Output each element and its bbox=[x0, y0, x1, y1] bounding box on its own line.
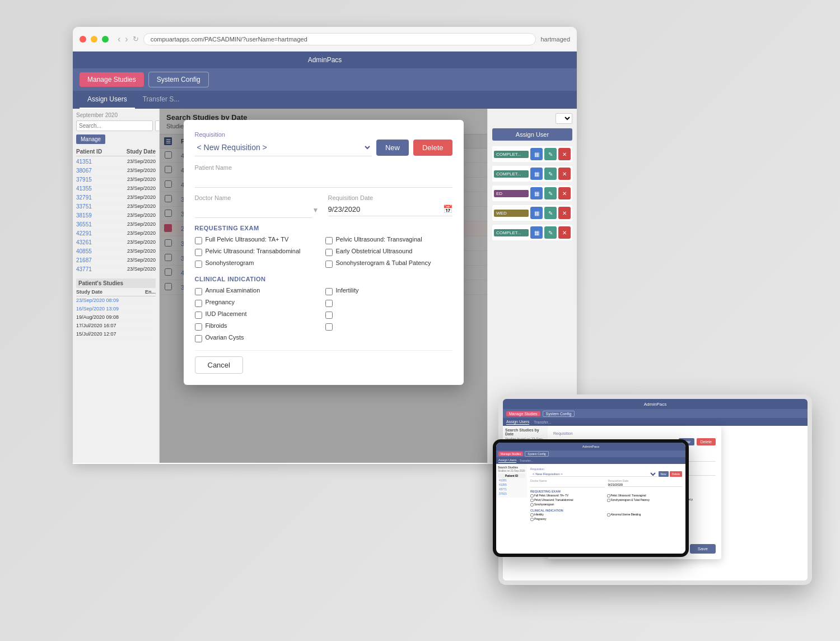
study-item[interactable]: 19/Aug/2020 09:08 bbox=[76, 313, 156, 322]
indication-checkbox[interactable] bbox=[195, 288, 202, 295]
phone-exam-cb[interactable] bbox=[530, 503, 534, 507]
doctor-name-input[interactable] bbox=[195, 202, 312, 218]
list-item[interactable]: 3806723/Sep/2020 bbox=[76, 166, 156, 175]
cancel-button[interactable]: Cancel bbox=[195, 356, 243, 374]
browser-forward-btn[interactable]: › bbox=[125, 34, 128, 44]
exam-checkbox[interactable] bbox=[325, 261, 333, 268]
indication-checkbox-item[interactable]: Fibroids bbox=[195, 322, 322, 331]
phone-exam-cb[interactable] bbox=[530, 499, 534, 502]
tablet-manage-btn[interactable]: Manage Studies bbox=[506, 411, 540, 416]
study-item[interactable]: 17/Jul/2020 16:07 bbox=[76, 322, 156, 330]
phone-config-btn[interactable]: System Config bbox=[525, 451, 549, 457]
search-input[interactable] bbox=[76, 120, 153, 131]
list-item[interactable]: 3279123/Sep/2020 bbox=[76, 193, 156, 202]
list-item[interactable]: 4229123/Sep/2020 bbox=[76, 229, 156, 238]
patient-name-input[interactable] bbox=[195, 172, 452, 188]
tablet-save-btn[interactable]: Save bbox=[690, 544, 716, 554]
action-btn-edit[interactable]: ✎ bbox=[544, 187, 557, 199]
address-bar[interactable]: compuartapps.com/PACSADMIN/?userName=har… bbox=[143, 33, 536, 45]
exam-checkbox-item[interactable]: Early Obstetrical Ultrasound bbox=[325, 248, 452, 256]
modal-new-button[interactable]: New bbox=[376, 140, 409, 156]
browser-minimize-btn[interactable] bbox=[91, 36, 97, 43]
action-btn-delete[interactable]: ✕ bbox=[558, 226, 571, 239]
exam-checkbox-item[interactable]: Pelvic Ultrasound: Transvaginal bbox=[325, 236, 452, 244]
action-btn-delete[interactable]: ✕ bbox=[558, 187, 571, 199]
phone-exam-cb[interactable] bbox=[607, 494, 610, 498]
action-btn-view[interactable]: ▦ bbox=[530, 148, 543, 160]
sub-nav-assign-users[interactable]: Assign Users bbox=[80, 91, 135, 109]
phone-exam-cb[interactable] bbox=[607, 499, 610, 502]
phone-ind-cb[interactable] bbox=[607, 513, 610, 517]
indication-checkbox-item[interactable]: Infertility bbox=[325, 287, 452, 295]
clear-button[interactable]: Clear bbox=[155, 120, 160, 131]
exam-checkbox-item[interactable]: Full Pelvic Ultrasound: TA+ TV bbox=[195, 236, 322, 244]
action-btn-view[interactable]: ▦ bbox=[530, 187, 543, 199]
phone-ind-cb[interactable] bbox=[530, 513, 534, 517]
manage-studies-btn[interactable]: Manage Studies bbox=[80, 72, 144, 87]
list-item[interactable]: 3815923/Sep/2020 bbox=[76, 211, 156, 220]
indication-checkbox-item[interactable] bbox=[325, 310, 452, 319]
exam-checkbox[interactable] bbox=[195, 237, 202, 244]
assign-user-select[interactable] bbox=[556, 113, 572, 124]
list-item[interactable]: 3655123/Sep/2020 bbox=[76, 220, 156, 229]
exam-checkbox[interactable] bbox=[325, 249, 333, 256]
tablet-config-btn[interactable]: System Config bbox=[543, 411, 575, 417]
action-btn-delete[interactable]: ✕ bbox=[558, 207, 571, 219]
list-item[interactable]: 4326123/Sep/2020 bbox=[76, 238, 156, 247]
assign-user-button[interactable]: Assign User bbox=[492, 128, 572, 141]
action-btn-delete[interactable]: ✕ bbox=[558, 168, 571, 180]
exam-checkbox[interactable] bbox=[195, 261, 202, 268]
indication-checkbox-item[interactable]: Annual Examination bbox=[195, 287, 322, 295]
indication-checkbox[interactable] bbox=[325, 300, 333, 307]
manage-button[interactable]: Manage bbox=[76, 134, 105, 144]
action-btn-view[interactable]: ▦ bbox=[530, 226, 543, 239]
action-btn-edit[interactable]: ✎ bbox=[544, 226, 557, 239]
exam-checkbox-item[interactable]: Sonohysterogram bbox=[195, 259, 322, 268]
action-btn-edit[interactable]: ✎ bbox=[544, 168, 557, 180]
indication-checkbox-item[interactable]: Ovarian Cysts bbox=[195, 334, 322, 342]
browser-close-btn[interactable] bbox=[80, 36, 86, 43]
list-item[interactable]: 3791523/Sep/2020 bbox=[76, 175, 156, 184]
indication-checkbox-item[interactable] bbox=[325, 322, 452, 331]
study-item[interactable]: 23/Sep/2020 08:09 bbox=[76, 296, 156, 305]
list-item[interactable]: 4135123/Sep/2020 bbox=[76, 157, 156, 166]
exam-checkbox[interactable] bbox=[325, 237, 333, 244]
browser-reload-btn[interactable]: ↻ bbox=[133, 35, 139, 43]
indication-checkbox[interactable] bbox=[325, 288, 333, 295]
indication-checkbox-item[interactable]: IUD Placement bbox=[195, 310, 322, 319]
phone-manage-btn[interactable]: Manage Studies bbox=[498, 452, 523, 456]
browser-back-btn[interactable]: ‹ bbox=[118, 34, 120, 44]
phone-ind-cb[interactable] bbox=[530, 518, 534, 521]
exam-checkbox[interactable] bbox=[195, 249, 202, 256]
study-item[interactable]: 16/Sep/2020 13:09 bbox=[76, 305, 156, 313]
phone-new-btn[interactable]: New bbox=[659, 471, 669, 477]
action-btn-edit[interactable]: ✎ bbox=[544, 148, 557, 160]
sub-nav-transfer[interactable]: Transfer S... bbox=[135, 91, 188, 109]
modal-delete-button[interactable]: Delete bbox=[413, 140, 452, 156]
list-item[interactable]: 2168723/Sep/2020 bbox=[76, 256, 156, 265]
phone-req-select[interactable]: < New Requisition > bbox=[530, 472, 657, 477]
phone-delete-btn[interactable]: Delete bbox=[670, 471, 682, 477]
action-btn-view[interactable]: ▦ bbox=[530, 168, 543, 180]
action-btn-edit[interactable]: ✎ bbox=[544, 207, 557, 219]
list-item[interactable]: 4377123/Sep/2020 bbox=[76, 265, 156, 274]
indication-checkbox-item[interactable]: Pregnancy bbox=[195, 299, 322, 307]
action-btn-view[interactable]: ▦ bbox=[530, 207, 543, 219]
indication-checkbox[interactable] bbox=[195, 312, 202, 319]
requisition-select[interactable]: < New Requisition > bbox=[195, 139, 372, 156]
calendar-icon[interactable]: 📅 bbox=[443, 205, 452, 213]
indication-checkbox[interactable] bbox=[195, 300, 202, 307]
tablet-delete-btn[interactable]: Delete bbox=[697, 438, 716, 445]
indication-checkbox[interactable] bbox=[325, 312, 333, 319]
system-config-btn[interactable]: System Config bbox=[148, 72, 209, 87]
phone-exam-cb[interactable] bbox=[530, 494, 534, 498]
indication-checkbox[interactable] bbox=[195, 323, 202, 331]
indication-checkbox[interactable] bbox=[325, 323, 333, 331]
indication-checkbox[interactable] bbox=[195, 335, 202, 342]
list-item[interactable]: 4135523/Sep/2020 bbox=[76, 184, 156, 193]
indication-checkbox-item[interactable] bbox=[325, 299, 452, 307]
list-item[interactable]: 3375123/Sep/2020 bbox=[76, 202, 156, 211]
browser-maximize-btn[interactable] bbox=[102, 36, 109, 43]
list-item[interactable]: 4085523/Sep/2020 bbox=[76, 247, 156, 256]
action-btn-delete[interactable]: ✕ bbox=[558, 148, 571, 160]
